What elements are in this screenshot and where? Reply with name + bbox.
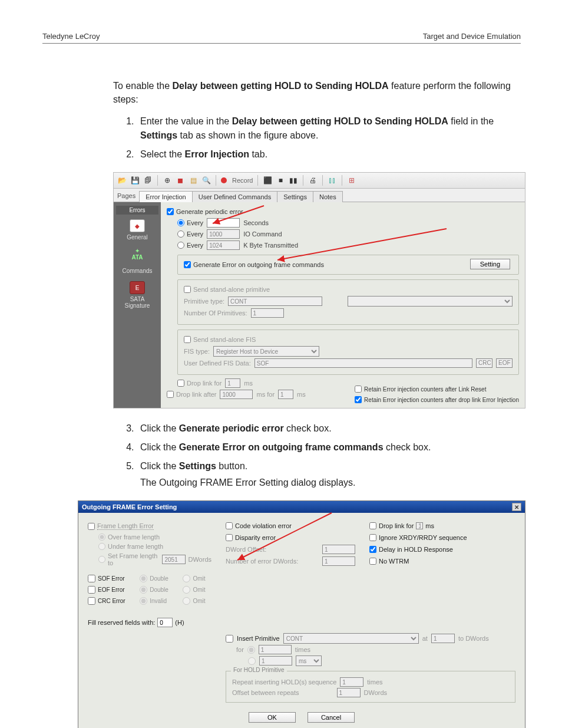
primitive-select: [348, 296, 513, 307]
sidebar-ata[interactable]: ✦ATA: [116, 245, 158, 263]
code-violation-checkbox[interactable]: Code violation error: [226, 522, 355, 529]
retain2-input[interactable]: [355, 396, 362, 403]
fill-field[interactable]: [157, 618, 173, 627]
every-kbyte-radio[interactable]: Every: [177, 242, 203, 249]
setting-button[interactable]: Setting: [470, 259, 510, 269]
every-seconds-radio[interactable]: Every: [177, 219, 203, 226]
step-4: Click the Generate Error on outgoing fra…: [137, 440, 521, 454]
toolbar-icon[interactable]: 🗐: [143, 176, 153, 185]
toolbar-icon[interactable]: 🔍: [201, 176, 211, 185]
dialog-close-button[interactable]: ✕: [512, 503, 521, 511]
eof-error-checkbox[interactable]: [88, 586, 95, 594]
toolbar-icon[interactable]: 🖨: [308, 176, 318, 185]
toolbar-icon[interactable]: ▮▮: [289, 176, 298, 185]
nowtrm-input[interactable]: [369, 558, 376, 565]
every-io-input[interactable]: [177, 230, 184, 238]
delay-hold-checkbox[interactable]: Delay in HOLD Response: [369, 546, 515, 553]
hold-legend: For HOLD Primitive: [231, 667, 287, 673]
intro-pre: To enable the: [113, 81, 173, 91]
s5c: button.: [216, 461, 247, 471]
retain1-input[interactable]: [355, 386, 362, 393]
toolbar-sep: [303, 175, 303, 186]
cv-input[interactable]: [226, 522, 233, 529]
eof-omit-radio: [183, 586, 190, 594]
insert-primitive-checkbox[interactable]: [226, 635, 233, 643]
gen-outgoing-checkbox[interactable]: Generate Error on outgoing frame command…: [184, 261, 324, 268]
no-wtrm-checkbox[interactable]: No WTRM: [369, 558, 515, 565]
send-prim-input[interactable]: [184, 286, 191, 293]
step-5: Click the Settings button. The Outgoing …: [137, 459, 521, 490]
disp-input[interactable]: [226, 534, 233, 541]
gen-periodic-input[interactable]: [167, 208, 174, 215]
send-fis-checkbox[interactable]: Send stand-alone FIS: [184, 336, 256, 343]
toolbar-sep: [157, 175, 158, 186]
over-length-radio[interactable]: Over frame length: [98, 533, 211, 541]
gen-outgoing-input[interactable]: [184, 261, 191, 268]
record-label[interactable]: Record: [232, 177, 253, 184]
cancel-button[interactable]: Cancel: [308, 712, 355, 723]
drop1-val: [225, 378, 240, 388]
step-3: Click the Generate periodic error check …: [137, 421, 521, 436]
disparity-checkbox[interactable]: Disparity error: [226, 534, 355, 541]
ok-button[interactable]: OK: [249, 712, 296, 723]
ud-fis-lbl: User Defined FIS Data:: [184, 360, 251, 367]
tab-user-defined[interactable]: User Defined Commands: [192, 191, 278, 202]
toolbar-icon[interactable]: 💾: [130, 176, 140, 185]
crc-invalid: Invalid: [150, 598, 167, 604]
fill-unit: (H): [175, 619, 184, 626]
error-injection-screenshot: 📂 💾 🗐 ⊕ ◼ ▤ 🔍 Record ⬛ ■ ▮▮ 🖨 ⫿⫿ ⊞ Pages…: [113, 172, 525, 409]
toolbar-icon[interactable]: ⊕: [163, 176, 172, 185]
tab-notes[interactable]: Notes: [313, 191, 343, 202]
frame-length-error-checkbox[interactable]: Frame Length Error: [88, 522, 211, 530]
drop-link-after-checkbox[interactable]: Drop link after: [167, 391, 216, 398]
delay-input[interactable]: [369, 546, 376, 553]
fis-type-select: Register Host to Device: [213, 346, 319, 357]
toolbar-icon[interactable]: ⊞: [347, 176, 356, 185]
drop2-input[interactable]: [167, 391, 174, 398]
dlg-drop-link-checkbox[interactable]: Drop link for ms: [369, 522, 515, 529]
every3: Every: [187, 242, 203, 249]
sof-error-checkbox[interactable]: [88, 575, 95, 582]
fle-input[interactable]: [88, 523, 95, 530]
every-io-radio[interactable]: Every: [177, 230, 203, 238]
header-rule: [42, 43, 521, 44]
crc-invalid-radio: [140, 597, 147, 605]
drop-link-for-checkbox[interactable]: Drop link for: [177, 380, 222, 387]
ata-label: ATA: [131, 254, 143, 261]
dlg-drop-ms: ms: [425, 522, 434, 529]
send-fis-input[interactable]: [184, 336, 191, 343]
tab-settings[interactable]: Settings: [277, 191, 313, 202]
every-kbyte-input[interactable]: [177, 242, 184, 249]
seconds-label: Seconds: [243, 219, 269, 226]
under-length-radio[interactable]: Under frame length: [98, 543, 211, 550]
sof-double-radio: [140, 575, 147, 582]
generate-periodic-checkbox[interactable]: Generate periodic error: [167, 208, 243, 215]
toolbar-icon[interactable]: ■: [276, 176, 285, 185]
hold-dw: DWords: [364, 689, 388, 696]
toolbar-icon[interactable]: ⫿⫿: [328, 176, 337, 185]
sidebar-commands[interactable]: Commands: [116, 265, 158, 276]
crc-error-checkbox[interactable]: [88, 597, 95, 605]
dlg-drop-input[interactable]: [369, 522, 376, 529]
tab-error-injection[interactable]: Error Injection: [139, 191, 192, 202]
retain-after-reset-checkbox[interactable]: Retain Error injection counters after Li…: [355, 386, 519, 393]
drop1-input[interactable]: [177, 380, 184, 387]
toolbar-icon[interactable]: 📂: [117, 176, 127, 185]
set-length-radio[interactable]: Set Frame length to: [98, 552, 160, 566]
sidebar-general[interactable]: ◆General: [116, 217, 158, 243]
dword-offset-field: [322, 545, 355, 554]
retain-after-drop-checkbox[interactable]: Retain Error injection counters after dr…: [355, 396, 519, 403]
every-seconds-input[interactable]: [177, 219, 184, 226]
toolbar-icon[interactable]: ⬛: [263, 176, 272, 185]
sig-label: Signature: [125, 302, 150, 309]
ignore-xrdy-checkbox[interactable]: Ignore XRDY/RRDY sequence: [369, 534, 515, 541]
toolbar: 📂 💾 🗐 ⊕ ◼ ▤ 🔍 Record ⬛ ■ ▮▮ 🖨 ⫿⫿ ⊞: [114, 173, 525, 189]
toolbar-icon[interactable]: ▤: [189, 176, 198, 185]
sidebar-sata[interactable]: ESATASignature: [116, 279, 158, 311]
toolbar-icon[interactable]: ◼: [176, 176, 185, 185]
seconds-field[interactable]: [207, 218, 240, 228]
hold-rep-field: [340, 677, 363, 687]
send-prim-label: Send stand-alone primitive: [193, 286, 270, 293]
send-primitive-checkbox[interactable]: Send stand-alone primitive: [184, 286, 270, 293]
ignore-input[interactable]: [369, 534, 376, 541]
